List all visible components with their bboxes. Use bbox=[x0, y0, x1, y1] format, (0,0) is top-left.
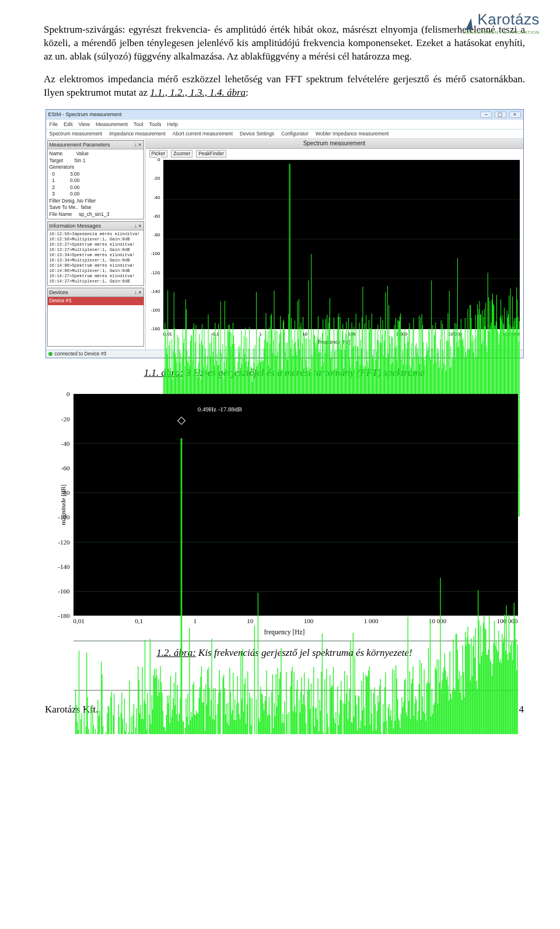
logo-text: Karotázs bbox=[477, 11, 540, 28]
brand-logo: Karotázs MEASUREMENT & INNOVATION bbox=[463, 9, 540, 36]
svg-rect-1057 bbox=[516, 670, 517, 734]
svg-rect-928 bbox=[405, 713, 406, 734]
svg-rect-663 bbox=[178, 714, 179, 734]
menu-item[interactable]: Measurement bbox=[96, 121, 128, 128]
svg-rect-841 bbox=[331, 685, 331, 734]
svg-rect-645 bbox=[163, 727, 164, 734]
svg-rect-975 bbox=[446, 680, 446, 734]
svg-rect-922 bbox=[400, 714, 401, 734]
svg-rect-963 bbox=[436, 670, 436, 734]
menu-item[interactable]: View bbox=[79, 121, 90, 128]
toolbar-item[interactable]: Spectrum measurement bbox=[50, 131, 103, 137]
svg-rect-747 bbox=[250, 725, 251, 734]
svg-rect-850 bbox=[339, 714, 340, 734]
svg-rect-867 bbox=[354, 717, 354, 734]
svg-rect-725 bbox=[232, 710, 232, 734]
svg-rect-596 bbox=[121, 693, 122, 734]
svg-rect-1058 bbox=[517, 645, 517, 734]
svg-rect-543 bbox=[76, 705, 76, 734]
svg-rect-834 bbox=[325, 734, 326, 734]
svg-rect-863 bbox=[350, 641, 351, 734]
svg-rect-882 bbox=[366, 677, 367, 734]
svg-rect-1016 bbox=[481, 656, 481, 734]
svg-rect-760 bbox=[262, 694, 262, 734]
menu-item[interactable]: Edit bbox=[64, 121, 73, 128]
svg-rect-1027 bbox=[491, 662, 491, 734]
device-item[interactable]: Device #3 bbox=[48, 297, 144, 305]
svg-rect-664 bbox=[180, 699, 180, 734]
svg-rect-646 bbox=[164, 727, 164, 734]
svg-rect-1033 bbox=[495, 641, 496, 734]
svg-rect-1052 bbox=[512, 660, 512, 734]
svg-rect-776 bbox=[275, 674, 276, 734]
chart-tool[interactable]: Zoomer bbox=[171, 150, 192, 158]
panel-pin-icon[interactable]: ⟂ × bbox=[134, 141, 142, 148]
status-text: connected to Device #3 bbox=[55, 351, 107, 357]
panel-pin-icon[interactable]: ⟂ × bbox=[134, 222, 142, 229]
svg-rect-795 bbox=[292, 667, 292, 734]
maximize-icon[interactable]: ▢ bbox=[495, 111, 506, 118]
svg-rect-542 bbox=[75, 691, 75, 734]
svg-rect-890 bbox=[373, 693, 373, 734]
menu-item[interactable]: Tool bbox=[134, 121, 144, 128]
svg-rect-608 bbox=[131, 733, 132, 734]
logo-tagline: MEASUREMENT & INNOVATION bbox=[463, 30, 540, 36]
svg-rect-723 bbox=[230, 692, 230, 734]
menu-item[interactable]: Help bbox=[167, 121, 178, 128]
svg-rect-618 bbox=[140, 705, 141, 734]
toolbar-item[interactable]: Abort current measurement bbox=[173, 131, 233, 137]
svg-rect-843 bbox=[332, 667, 333, 734]
svg-rect-875 bbox=[360, 721, 360, 734]
measurement-parameters-panel: Measurement Parameters⟂ × Name Value Tar… bbox=[47, 140, 144, 219]
toolbar-item[interactable]: Configurator bbox=[281, 131, 309, 137]
toolbar-item[interactable]: Device Settings bbox=[240, 131, 274, 137]
svg-rect-782 bbox=[281, 648, 281, 734]
svg-rect-572 bbox=[100, 662, 101, 734]
svg-rect-549 bbox=[81, 714, 82, 734]
panel-pin-icon[interactable]: ⟂ × bbox=[134, 289, 142, 296]
svg-rect-568 bbox=[97, 700, 98, 734]
menu-item[interactable]: Tools bbox=[149, 121, 161, 128]
svg-rect-1035 bbox=[497, 652, 498, 734]
svg-rect-846 bbox=[335, 712, 336, 734]
svg-rect-769 bbox=[270, 715, 270, 734]
svg-rect-759 bbox=[261, 693, 261, 734]
svg-rect-807 bbox=[302, 704, 303, 734]
svg-rect-677 bbox=[191, 713, 191, 734]
close-icon[interactable]: × bbox=[509, 111, 521, 118]
svg-rect-786 bbox=[284, 702, 285, 734]
svg-rect-682 bbox=[195, 715, 195, 734]
svg-rect-1041 bbox=[502, 642, 503, 734]
svg-rect-860 bbox=[347, 720, 348, 734]
svg-rect-649 bbox=[167, 696, 167, 734]
svg-rect-714 bbox=[222, 677, 223, 734]
svg-rect-907 bbox=[387, 707, 388, 734]
svg-rect-982 bbox=[452, 690, 452, 734]
svg-rect-775 bbox=[275, 717, 275, 734]
svg-rect-913 bbox=[393, 729, 393, 734]
svg-rect-815 bbox=[309, 690, 309, 734]
svg-rect-772 bbox=[272, 675, 272, 734]
svg-rect-766 bbox=[267, 716, 267, 734]
footer-page-number: 4 bbox=[519, 703, 524, 717]
info-log: 16:12:56>Impedancia mérés elindítva! 16:… bbox=[48, 230, 144, 285]
menu-item[interactable]: File bbox=[50, 121, 58, 128]
svg-rect-641 bbox=[160, 666, 160, 734]
status-dot-icon bbox=[48, 352, 52, 356]
svg-rect-941 bbox=[416, 721, 417, 734]
toolbar-item[interactable]: Impedance measurement bbox=[109, 131, 165, 137]
svg-rect-1045 bbox=[506, 606, 506, 734]
svg-rect-560 bbox=[90, 706, 91, 734]
svg-rect-757 bbox=[259, 722, 260, 734]
toolbar-item[interactable]: Wobler Impedance measurement bbox=[316, 131, 389, 137]
chart-tools: Picker Zoomer PeakFinder bbox=[146, 149, 523, 159]
svg-rect-728 bbox=[235, 700, 235, 734]
svg-rect-904 bbox=[385, 673, 386, 734]
chart-tool[interactable]: PeakFinder bbox=[196, 150, 226, 158]
svg-rect-940 bbox=[416, 700, 416, 734]
svg-rect-967 bbox=[439, 683, 439, 734]
svg-rect-828 bbox=[320, 711, 320, 734]
minimize-icon[interactable]: – bbox=[480, 111, 492, 118]
svg-rect-959 bbox=[432, 714, 433, 734]
svg-rect-825 bbox=[317, 679, 318, 734]
